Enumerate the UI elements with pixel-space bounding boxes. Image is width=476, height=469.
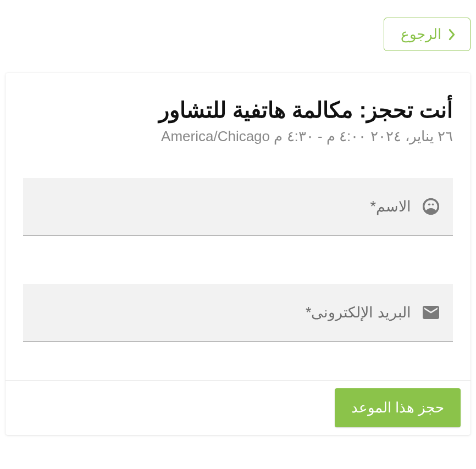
back-button-label: الرجوع bbox=[401, 26, 441, 43]
card-subtitle: ٢٦ يناير، ٢٠٢٤ ٤:٠٠ م - ٤:٣٠ م America/C… bbox=[23, 128, 453, 145]
form-area: الاسم* البريد الإلكترونى* bbox=[5, 150, 471, 380]
card-footer: حجز هذا الموعد bbox=[5, 380, 471, 435]
submit-button[interactable]: حجز هذا الموعد bbox=[335, 388, 461, 427]
svg-point-1 bbox=[432, 204, 434, 205]
email-field[interactable]: البريد الإلكترونى* bbox=[23, 284, 453, 342]
chevron-right-icon bbox=[448, 29, 456, 41]
svg-point-0 bbox=[428, 204, 430, 205]
name-field-label: الاسم* bbox=[370, 198, 411, 215]
email-input[interactable] bbox=[35, 304, 296, 321]
card-title: أنت تحجز: مكالمة هاتفية للتشاور bbox=[23, 97, 453, 122]
email-icon bbox=[421, 303, 441, 322]
back-button[interactable]: الرجوع bbox=[384, 18, 471, 51]
booking-card: أنت تحجز: مكالمة هاتفية للتشاور ٢٦ يناير… bbox=[5, 73, 471, 435]
submit-button-label: حجز هذا الموعد bbox=[351, 399, 444, 416]
card-header: أنت تحجز: مكالمة هاتفية للتشاور ٢٦ يناير… bbox=[5, 73, 471, 150]
email-field-label: البريد الإلكترونى* bbox=[306, 304, 411, 321]
person-icon bbox=[421, 197, 441, 216]
name-field[interactable]: الاسم* bbox=[23, 178, 453, 236]
name-input[interactable] bbox=[35, 198, 360, 215]
